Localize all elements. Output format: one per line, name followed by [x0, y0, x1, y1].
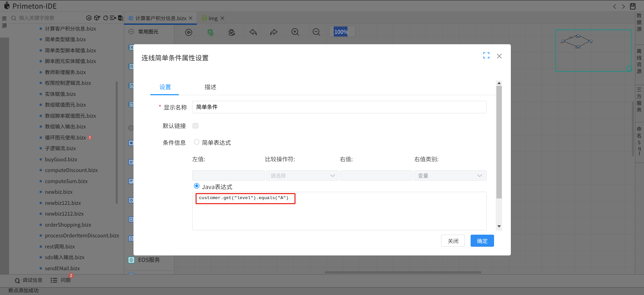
svg-text:AI: AI [88, 16, 91, 19]
svg-text:En: En [119, 17, 122, 19]
